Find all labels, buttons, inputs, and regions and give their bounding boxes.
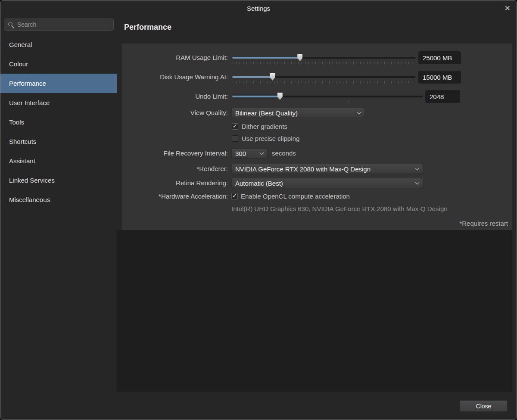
retina-rendering-label: Retina Rendering: <box>122 179 228 187</box>
slider-fill <box>232 76 273 78</box>
sidebar-item-assistant[interactable]: Assistant <box>0 151 117 171</box>
slider-thumb[interactable] <box>277 93 283 100</box>
dither-gradients-checkbox[interactable] <box>232 123 238 130</box>
slider-tick <box>349 100 349 103</box>
sidebar-item-tools[interactable]: Tools <box>0 112 117 132</box>
ram-limit-label: RAM Usage Limit: <box>122 54 228 61</box>
view-quality-label: View Quality: <box>122 109 228 116</box>
content-empty-area <box>117 230 512 392</box>
opencl-checkbox[interactable] <box>231 193 238 199</box>
retina-rendering-value: Automatic (Best) <box>235 180 283 187</box>
sidebar-item-performance[interactable]: Performance <box>0 74 117 93</box>
sidebar-item-user-interface[interactable]: User Interface <box>0 93 117 112</box>
file-recovery-suffix: seconds <box>272 149 296 157</box>
sidebar-item-shortcuts[interactable]: Shortcuts <box>0 132 117 151</box>
chevron-down-icon <box>415 180 420 185</box>
disk-warning-slider[interactable] <box>232 73 415 86</box>
title-bar: Settings ✕ <box>0 0 517 16</box>
renderer-label: *Renderer: <box>122 165 228 172</box>
sidebar-item-general[interactable]: General <box>0 35 117 54</box>
view-quality-dropdown[interactable]: Bilinear (Best Quality) <box>231 108 365 118</box>
dither-gradients-label: Dither gradients <box>242 123 287 130</box>
sidebar-item-colour[interactable]: Colour <box>0 54 117 74</box>
opencl-label: Enable OpenCL compute acceleration <box>241 193 350 200</box>
disk-warning-label: Disk Usage Warning At: <box>122 73 228 81</box>
slider-fill <box>232 57 300 59</box>
precise-clipping-checkbox[interactable] <box>232 135 238 142</box>
settings-window: Settings ✕ General Colour Performance Us… <box>0 0 517 420</box>
disk-warning-value[interactable]: 15000 MB <box>418 71 461 84</box>
file-recovery-label: File Recovery Interval: <box>122 149 228 157</box>
sidebar-nav: General Colour Performance User Interfac… <box>0 35 117 209</box>
retina-rendering-dropdown[interactable]: Automatic (Best) <box>231 178 423 188</box>
close-icon[interactable]: ✕ <box>505 5 511 12</box>
chevron-down-icon <box>415 166 420 171</box>
ram-limit-value[interactable]: 25000 MB <box>418 51 461 64</box>
close-button[interactable]: Close <box>460 400 508 412</box>
undo-limit-label: Undo Limit: <box>122 93 228 100</box>
file-recovery-dropdown[interactable]: 300 <box>231 148 268 159</box>
search-input[interactable] <box>16 19 110 30</box>
ram-usage-slider[interactable] <box>232 53 415 66</box>
chevron-down-icon <box>357 110 361 115</box>
sidebar-item-miscellaneous[interactable]: Miscellaneous <box>0 190 117 209</box>
undo-limit-value[interactable]: 2048 <box>425 90 460 103</box>
requires-restart-note: *Requires restart <box>459 220 508 227</box>
hardware-acceleration-label: *Hardware Acceleration: <box>122 193 228 200</box>
window-title: Settings <box>247 5 270 12</box>
search-box[interactable] <box>4 19 114 31</box>
page-title: Performance <box>124 23 171 32</box>
content-area: Performance RAM Usage Limit: 25000 MB Di… <box>117 16 517 420</box>
slider-ticks <box>233 62 415 64</box>
slider-fill <box>232 96 280 97</box>
chevron-down-icon <box>260 151 264 155</box>
sidebar: General Colour Performance User Interfac… <box>0 16 117 420</box>
undo-limit-slider[interactable] <box>232 92 423 105</box>
slider-thumb[interactable] <box>297 54 302 61</box>
file-recovery-value: 300 <box>235 150 246 157</box>
search-icon <box>8 22 14 28</box>
slider-thumb[interactable] <box>270 73 275 81</box>
gpu-devices-text: Intel(R) UHD Graphics 630, NVIDIA GeForc… <box>231 205 448 212</box>
slider-ticks <box>233 81 415 84</box>
renderer-dropdown[interactable]: NVIDIA GeForce RTX 2080 with Max-Q Desig… <box>231 164 423 174</box>
view-quality-value: Bilinear (Best Quality) <box>235 109 298 117</box>
sidebar-item-linked-services[interactable]: Linked Services <box>0 171 117 190</box>
renderer-value: NVIDIA GeForce RTX 2080 with Max-Q Desig… <box>235 165 371 173</box>
performance-panel: RAM Usage Limit: 25000 MB Disk Usage War… <box>122 44 512 230</box>
precise-clipping-label: Use precise clipping <box>242 135 299 142</box>
